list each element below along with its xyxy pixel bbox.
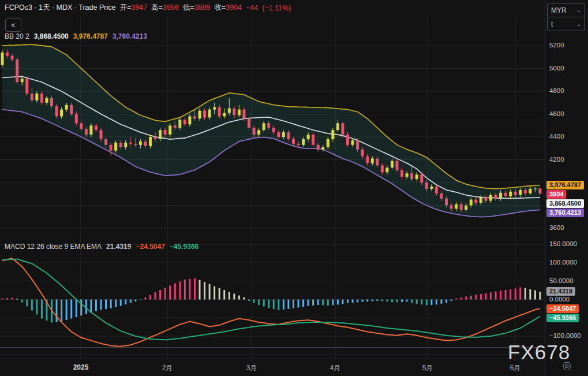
macd-signal-value: −45.9366: [170, 243, 199, 251]
bb-title: BB 20 2: [5, 32, 29, 40]
bb-lower-value: 3,760.4213: [113, 32, 147, 40]
price-tick-label: 4800: [549, 87, 564, 94]
macd-badge: −45.9366: [546, 314, 579, 322]
time-axis-month-label: 6月: [510, 363, 521, 373]
time-axis-year-label: 2025: [73, 363, 89, 371]
change-value: −44: [246, 4, 258, 12]
unit-value: t: [551, 20, 553, 28]
time-axis-month-label: 2月: [162, 363, 173, 373]
timezone-hexagon-icon[interactable]: [561, 361, 572, 374]
macd-indicator-legend[interactable]: MACD 12 26 close 9 EMA EMA 21.4319 −24.5…: [5, 243, 199, 251]
chart-window: FCPOc3 · 1天 · MDX · Trade Price 开=3947 高…: [0, 0, 588, 376]
price-pane: [1, 44, 542, 217]
bb-upper-value: 3,976.4787: [73, 32, 108, 40]
macd-pane: [2, 258, 541, 346]
price-badge: 3,976.4787: [546, 181, 584, 189]
price-tick-label: 5200: [549, 42, 564, 49]
price-badge: 3,868.4500: [546, 199, 584, 208]
price-badge: 3904: [546, 190, 566, 199]
time-axis[interactable]: 20252月3月4月5月6月: [0, 359, 588, 376]
macd-tick-label: 0.0000: [549, 296, 570, 303]
macd-tick-label: 150.0000: [549, 240, 577, 247]
macd-hist-value: 21.4319: [106, 243, 131, 251]
price-axis[interactable]: MYR ⌄ t ⌄ 520050004800460044004200360015…: [545, 0, 588, 376]
time-axis-month-label: 5月: [422, 363, 433, 373]
axis-settings-box: MYR ⌄ t ⌄: [547, 3, 585, 31]
chart-canvas[interactable]: [0, 0, 588, 376]
ohlc-close: 收=3904: [214, 3, 242, 13]
time-axis-month-label: 4月: [330, 363, 341, 373]
macd-badge: 21.4319: [546, 287, 575, 296]
chevron-left-icon: <: [11, 21, 16, 29]
time-axis-month-label: 3月: [246, 363, 257, 373]
ohlc-open: 开=3947: [119, 3, 147, 13]
price-tick-label: 4400: [549, 133, 564, 140]
price-badge: 3,760.4213: [546, 209, 584, 217]
unit-dropdown[interactable]: t ⌄: [548, 17, 585, 31]
bb-indicator-legend[interactable]: BB 20 2 3,868.4500 3,976.4787 3,760.4213: [5, 32, 147, 40]
macd-line-value: −24.5047: [136, 243, 164, 251]
currency-dropdown[interactable]: MYR ⌄: [548, 3, 585, 17]
bb-basis-value: 3,868.4500: [34, 32, 69, 40]
symbol-title[interactable]: FCPOc3 · 1天 · MDX · Trade Price: [5, 3, 115, 13]
back-button[interactable]: <: [5, 18, 21, 32]
ohlc-low: 低=3889: [183, 3, 211, 13]
macd-tick-label: 50.0000: [549, 277, 574, 284]
currency-value: MYR: [551, 6, 567, 14]
macd-tick-label: −100.0000: [549, 332, 581, 339]
chevron-down-icon: ⌄: [576, 21, 581, 27]
symbol-header: FCPOc3 · 1天 · MDX · Trade Price 开=3947 高…: [5, 3, 291, 13]
change-percent: (−1.11%): [262, 4, 291, 12]
price-tick-label: 3600: [549, 224, 564, 231]
price-tick-label: 4200: [549, 156, 564, 163]
ohlc-high: 高=3956: [151, 3, 179, 13]
macd-title: MACD 12 26 close 9 EMA EMA: [5, 243, 102, 251]
price-tick-label: 4600: [549, 110, 564, 117]
macd-tick-label: 100.0000: [549, 259, 577, 266]
price-tick-label: 5000: [549, 65, 564, 72]
chevron-down-icon: ⌄: [576, 7, 581, 13]
macd-badge: −24.5047: [546, 304, 579, 313]
